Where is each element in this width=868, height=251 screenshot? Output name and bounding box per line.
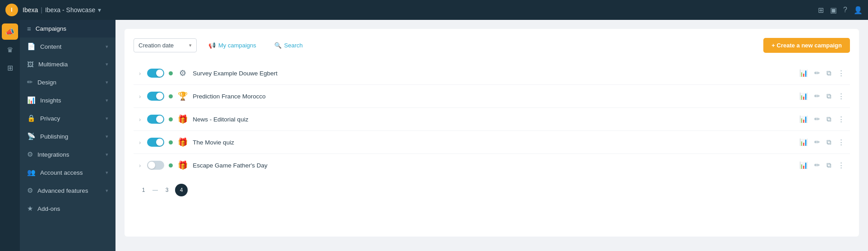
sidebar-item-multimedia[interactable]: 🖼 Multimedia ▾ xyxy=(20,56,115,73)
publishing-arrow: ▾ xyxy=(106,134,108,139)
expand-icon[interactable]: › xyxy=(137,162,143,169)
search-icon: 🔍 xyxy=(274,42,282,49)
sidebar-item-insights[interactable]: 📊 Insights ▾ xyxy=(20,91,115,109)
edit-icon[interactable]: ✏ xyxy=(813,90,822,102)
user-icon[interactable]: 👤 xyxy=(854,6,863,14)
my-campaigns-label: My campaigns xyxy=(218,42,256,49)
table-row: › 🏆 Prediction France Morocco 📊 ✏ ⧉ ⋮ xyxy=(134,85,850,108)
my-campaigns-button[interactable]: 📢 My campaigns xyxy=(202,39,263,52)
megaphone-small-icon: 📢 xyxy=(208,42,216,49)
more-icon[interactable]: ⋮ xyxy=(836,90,846,102)
create-campaign-label: + Create a new campaign xyxy=(771,42,842,49)
design-arrow: ▾ xyxy=(106,79,108,85)
table-row: › 🎁 News - Editorial quiz 📊 ✏ ⧉ ⋮ xyxy=(134,108,850,131)
sort-chevron-icon: ▾ xyxy=(189,42,192,48)
sidebar-label-insights: Insights xyxy=(40,97,101,104)
trophy-icon: 🏆 xyxy=(177,91,188,101)
sidebar-label-add-ons: Add-ons xyxy=(37,205,108,212)
status-dot xyxy=(169,71,173,75)
question-icon[interactable]: ? xyxy=(843,6,847,14)
sidebar-item-design[interactable]: ✏ Design ▾ xyxy=(20,73,115,91)
rail-item-campaigns[interactable]: 📣 xyxy=(2,23,18,40)
campaigns-icon: ≡ xyxy=(27,25,31,33)
privacy-arrow: ▾ xyxy=(106,116,108,121)
edit-icon[interactable]: ✏ xyxy=(813,67,822,79)
status-dot xyxy=(169,94,173,98)
copy-icon[interactable]: ⧉ xyxy=(825,136,833,148)
search-button[interactable]: 🔍 Search xyxy=(268,39,309,52)
integrations-arrow: ▾ xyxy=(106,152,108,158)
grid-icon[interactable]: ⊞ xyxy=(818,6,824,14)
sidebar-item-account-access[interactable]: 👥 Account access ▾ xyxy=(20,163,115,181)
logo-text: I xyxy=(11,7,12,13)
brand-name: Ibexa xyxy=(23,6,38,14)
status-dot xyxy=(169,117,173,121)
page-btn-3[interactable]: 3 xyxy=(161,184,173,196)
sidebar-label-campaigns: Campaigns xyxy=(36,25,108,32)
campaign-toggle[interactable] xyxy=(147,92,164,101)
topbar-title: Ibexa | Ibexa - Showcase ▾ xyxy=(23,6,101,14)
more-icon[interactable]: ⋮ xyxy=(836,159,846,171)
sidebar-item-campaigns[interactable]: ≡ Campaigns xyxy=(20,20,115,37)
sidebar-item-integrations[interactable]: ⚙ Integrations ▾ xyxy=(20,145,115,163)
icon-rail: 📣 ♛ ⊞ xyxy=(0,20,20,251)
more-icon[interactable]: ⋮ xyxy=(836,136,846,148)
copy-icon[interactable]: ⧉ xyxy=(825,113,833,125)
stats-icon[interactable]: 📊 xyxy=(798,67,810,79)
insights-icon: 📊 xyxy=(27,96,36,104)
page-number: 3 xyxy=(166,187,169,193)
create-campaign-button[interactable]: + Create a new campaign xyxy=(763,38,850,53)
expand-icon[interactable]: › xyxy=(137,139,143,146)
integrations-icon: ⚙ xyxy=(27,150,33,158)
copy-icon[interactable]: ⧉ xyxy=(825,159,833,171)
sidebar-item-advanced-features[interactable]: ⚙ Advanced features ▾ xyxy=(20,181,115,200)
expand-icon[interactable]: › xyxy=(137,93,143,100)
row-actions: 📊 ✏ ⧉ ⋮ xyxy=(798,67,846,79)
sort-dropdown[interactable]: Creation date ▾ xyxy=(134,38,197,52)
campaign-list: › ⚙ Survey Example Douwe Egbert 📊 ✏ ⧉ ⋮ … xyxy=(134,62,850,177)
sidebar-item-publishing[interactable]: 📡 Publishing ▾ xyxy=(20,127,115,145)
expand-icon[interactable]: › xyxy=(137,70,143,77)
design-icon: ✏ xyxy=(27,78,33,86)
stats-icon[interactable]: 📊 xyxy=(798,90,810,102)
campaign-toggle[interactable] xyxy=(147,138,164,147)
sidebar-label-advanced-features: Advanced features xyxy=(37,187,101,194)
more-icon[interactable]: ⋮ xyxy=(836,113,846,125)
topbar: I Ibexa | Ibexa - Showcase ▾ ⊞ ▣ ? 👤 xyxy=(0,0,868,20)
rail-item-grid[interactable]: ⊞ xyxy=(2,60,18,76)
copy-icon[interactable]: ⧉ xyxy=(825,90,833,102)
search-label: Search xyxy=(284,42,303,49)
more-icon[interactable]: ⋮ xyxy=(836,67,846,79)
main-layout: 📣 ♛ ⊞ ≡ Campaigns 📄 Content ▾ 🖼 Multimed… xyxy=(0,20,868,251)
multimedia-arrow: ▾ xyxy=(106,61,108,67)
edit-icon[interactable]: ✏ xyxy=(813,159,822,171)
stats-icon[interactable]: 📊 xyxy=(798,113,810,125)
page-btn-4[interactable]: 4 xyxy=(175,184,188,196)
crown-icon: ♛ xyxy=(7,46,13,54)
account-access-icon: 👥 xyxy=(27,168,36,177)
page-btn-1[interactable]: 1 xyxy=(137,184,150,196)
edit-icon[interactable]: ✏ xyxy=(813,136,822,148)
gift-icon: 🎁 xyxy=(177,137,188,147)
rail-item-crown[interactable]: ♛ xyxy=(2,42,18,58)
sidebar-item-privacy[interactable]: 🔒 Privacy ▾ xyxy=(20,109,115,127)
stats-icon[interactable]: 📊 xyxy=(798,159,810,171)
campaign-toggle[interactable] xyxy=(147,161,164,170)
instance-chevron[interactable]: ▾ xyxy=(98,6,101,14)
copy-icon[interactable]: ⧉ xyxy=(825,67,833,79)
page-separator: — xyxy=(152,187,159,193)
card-icon[interactable]: ▣ xyxy=(830,6,837,14)
logo[interactable]: I xyxy=(5,4,18,16)
gift-icon: 🎁 xyxy=(177,114,188,124)
instance-name: Ibexa - Showcase xyxy=(45,6,95,14)
sidebar-label-publishing: Publishing xyxy=(40,133,101,140)
content-area: Creation date ▾ 📢 My campaigns 🔍 Search … xyxy=(115,20,868,251)
campaign-toggle[interactable] xyxy=(147,115,164,124)
edit-icon[interactable]: ✏ xyxy=(813,113,822,125)
expand-icon[interactable]: › xyxy=(137,116,143,123)
sidebar-label-multimedia: Multimedia xyxy=(38,61,101,68)
sidebar-item-content[interactable]: 📄 Content ▾ xyxy=(20,37,115,56)
stats-icon[interactable]: 📊 xyxy=(798,136,810,148)
campaign-toggle[interactable] xyxy=(147,69,164,78)
sidebar-item-add-ons[interactable]: ★ Add-ons xyxy=(20,200,115,218)
